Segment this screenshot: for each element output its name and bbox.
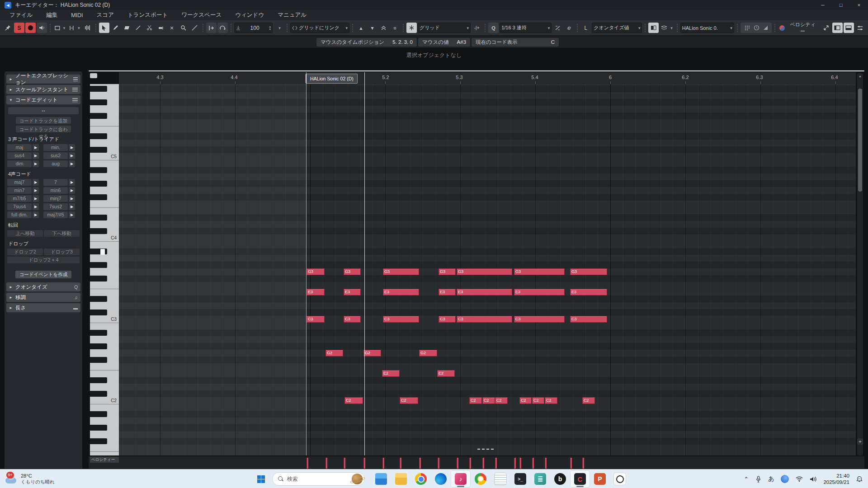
black-key[interactable] [90, 330, 107, 336]
event-display-button[interactable]: ▾ [67, 23, 81, 33]
velocity-bar[interactable] [545, 458, 547, 469]
autoscroll-button[interactable] [206, 23, 217, 33]
tool-erase[interactable] [122, 23, 132, 33]
chord-play-arrow[interactable]: ▶ [69, 152, 75, 159]
midi-note-G2[interactable]: G2 [326, 350, 343, 357]
left-zone-toggle[interactable] [832, 23, 843, 33]
velocity-bar[interactable] [363, 458, 365, 469]
chord-play-arrow[interactable]: ▶ [69, 187, 75, 194]
app-bandlab[interactable] [550, 470, 570, 488]
app-chrome[interactable] [411, 470, 431, 488]
menu-file[interactable]: ファイル [3, 11, 39, 19]
black-key[interactable] [90, 262, 107, 268]
app-terminal[interactable] [510, 470, 530, 488]
minimize-button[interactable]: ─ [814, 0, 832, 10]
black-key[interactable] [90, 215, 107, 221]
scrollbar-thumb[interactable] [858, 89, 862, 192]
multi-part-controls[interactable] [741, 23, 772, 33]
chord-button-fulldim[interactable]: full dim. [7, 211, 32, 218]
velocity-bar[interactable] [307, 458, 308, 469]
tool-trim[interactable] [133, 23, 143, 33]
chord-play-arrow[interactable]: ▶ [33, 211, 39, 218]
black-key[interactable] [90, 357, 107, 363]
always-on-top-button[interactable] [821, 23, 831, 33]
midi-note-C3[interactable]: C3 [514, 316, 565, 323]
note-grid[interactable]: G3G3G3G3G3G3G3E3E3E3E3E3E3E3C3C3C3C3C3C3… [119, 84, 856, 455]
velocity-bar[interactable] [326, 458, 327, 469]
insert-velocity-field[interactable]: 100 ▴▾ [234, 23, 273, 33]
black-key[interactable] [90, 147, 107, 153]
tool-zoom[interactable] [178, 23, 189, 33]
maximize-button[interactable]: □ [832, 0, 850, 10]
midi-note-C2[interactable]: C2 [344, 397, 363, 404]
chord-button-7[interactable]: 7 [43, 179, 68, 186]
weather-widget[interactable]: 9+ 28°C くもりのち晴れ [0, 473, 95, 485]
chord-button-sus4[interactable]: sus4 [7, 152, 32, 159]
chord-play-arrow[interactable]: ▶ [33, 160, 39, 167]
piano-keyboard[interactable]: C5C4C3C2 [90, 84, 119, 455]
section-quantize[interactable]: ►クオンタイズQ [6, 282, 80, 291]
part-name-chip[interactable]: HALion Sonic 02 (D) [306, 74, 358, 84]
midi-note-G3[interactable]: G3 [344, 268, 361, 275]
app-music-app[interactable] [451, 470, 471, 488]
midi-note-G3[interactable]: G3 [383, 268, 419, 275]
chord-button-minj7[interactable]: minj7 [43, 195, 68, 202]
midi-note-C2[interactable]: C2 [400, 397, 418, 404]
search-box[interactable]: 検索 [272, 472, 365, 486]
tool-mute[interactable]: × [167, 23, 177, 33]
length-link-dropdown[interactable]: グリッドにリンク ▾ [290, 23, 349, 33]
chord-play-arrow[interactable]: ▶ [69, 160, 75, 167]
app-notepad[interactable] [491, 470, 510, 488]
wifi-icon[interactable] [796, 476, 803, 482]
chord-button-maj7[interactable]: maj7 [7, 179, 32, 186]
velocity-bar[interactable] [495, 458, 497, 469]
chord-button-min[interactable]: min. [43, 144, 68, 151]
length-quantize-dropdown[interactable]: クオンタイズ値 ▾ [592, 23, 642, 33]
section-note-expression[interactable]: ►ノートエクスプレッション [6, 75, 80, 84]
midi-note-G3[interactable]: G3 [570, 268, 607, 275]
part-edit-mode-button[interactable] [217, 23, 228, 33]
track-loop-button[interactable]: ▾ [53, 23, 66, 33]
lower-zone-toggle[interactable] [844, 23, 854, 33]
length-quantize-letter[interactable]: L [580, 23, 591, 33]
chord-button-min7[interactable]: min7 [7, 187, 32, 194]
chord-button-aug[interactable]: aug [43, 160, 68, 167]
midi-note-E2[interactable]: E2 [382, 370, 400, 377]
drop-2-4-button[interactable]: ドロップ2 + 4 [7, 257, 80, 263]
record-button[interactable] [25, 23, 36, 33]
black-key[interactable] [90, 86, 107, 92]
grid-adjust-button[interactable]: -|+ [472, 23, 482, 33]
menu-edit[interactable]: 編集 [39, 11, 64, 19]
app-file-explorer[interactable] [371, 470, 391, 488]
menu-manual[interactable]: マニュアル [271, 11, 313, 19]
black-key[interactable] [90, 113, 107, 119]
volume-icon[interactable] [810, 476, 816, 482]
midi-note-E3[interactable]: E3 [344, 289, 361, 296]
ime-icon[interactable]: あ [768, 475, 774, 483]
tool-split[interactable] [144, 23, 155, 33]
midi-note-C2[interactable]: C2 [495, 397, 508, 404]
match-chord-track-button[interactable]: コードトラックに合わせる [16, 126, 71, 132]
event-colors-button[interactable] [648, 23, 659, 33]
section-chord-edit[interactable]: ▼コードエディット [6, 95, 80, 104]
drop-button[interactable]: ドロップ3 [44, 249, 80, 255]
midi-note-C2[interactable]: C2 [532, 397, 544, 404]
chord-play-arrow[interactable]: ▶ [33, 144, 39, 151]
chord-play-arrow[interactable]: ▶ [33, 152, 39, 159]
black-key[interactable] [90, 228, 107, 234]
microphone-icon[interactable] [755, 476, 761, 483]
quantize-icon-button[interactable]: Q [488, 23, 499, 33]
black-key[interactable] [90, 310, 107, 315]
scroll-up-arrow[interactable]: ▲ [858, 74, 863, 79]
divider-handle[interactable] [477, 449, 497, 450]
audition-button[interactable] [82, 23, 93, 33]
menu-window[interactable]: ウィンドウ [228, 11, 271, 19]
midi-note-G3[interactable]: G3 [457, 268, 512, 275]
black-key[interactable] [90, 167, 107, 173]
chord-button-7sus4[interactable]: 7sus4 [7, 203, 32, 210]
app-stack-app[interactable] [530, 470, 550, 488]
midi-note-C2[interactable]: C2 [482, 397, 495, 404]
chord-play-arrow[interactable]: ▶ [33, 195, 39, 202]
tool-draw[interactable] [110, 23, 121, 33]
black-key[interactable] [90, 99, 107, 105]
